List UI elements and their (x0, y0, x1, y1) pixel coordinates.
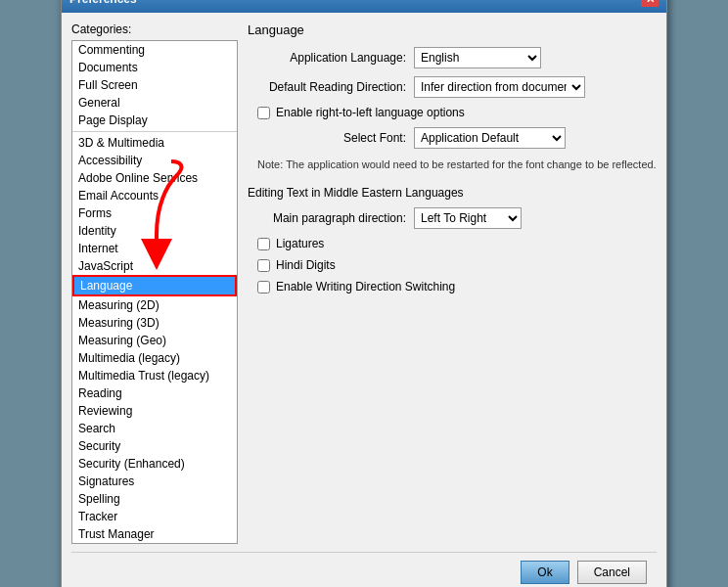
app-language-row: Application Language: English (248, 47, 657, 68)
rtl-checkbox[interactable] (257, 107, 270, 119)
writing-direction-checkbox[interactable] (257, 281, 270, 294)
category-item-language[interactable]: Language (72, 275, 237, 296)
categories-list[interactable]: CommentingDocumentsFull ScreenGeneralPag… (71, 40, 238, 544)
category-item-multimedia-trust[interactable]: Multimedia Trust (legacy) (72, 367, 237, 384)
category-item-identity[interactable]: Identity (72, 222, 237, 240)
category-item-3d-multimedia[interactable]: 3D & Multimedia (72, 134, 237, 152)
category-item-reviewing[interactable]: Reviewing (72, 402, 237, 420)
category-item-full-screen[interactable]: Full Screen (72, 76, 237, 94)
category-item-measuring-3d[interactable]: Measuring (3D) (72, 314, 237, 332)
hindi-digits-checkbox[interactable] (257, 259, 270, 272)
title-bar: Preferences ✕ (62, 0, 666, 13)
ligatures-label: Ligatures (276, 237, 324, 250)
settings-panel: Language Application Language: English D… (248, 23, 657, 544)
cancel-button[interactable]: Cancel (577, 561, 647, 584)
app-language-label: Application Language: (248, 51, 414, 65)
categories-label: Categories: (71, 23, 238, 36)
editing-section-title: Editing Text in Middle Eastern Languages (248, 186, 657, 200)
writing-direction-row: Enable Writing Direction Switching (248, 280, 657, 294)
category-item-trust-manager[interactable]: Trust Manager (72, 525, 237, 543)
app-language-control: English (414, 47, 541, 68)
close-button[interactable]: ✕ (641, 0, 659, 7)
dialog-body: Categories: CommentingDocumentsFull Scre… (62, 13, 666, 587)
reading-direction-control: Infer direction from document (414, 76, 585, 98)
category-item-email-accounts[interactable]: Email Accounts (72, 187, 237, 204)
rtl-label: Enable right-to-left language options (276, 106, 465, 119)
category-item-documents[interactable]: Documents (72, 59, 237, 76)
select-font-label: Select Font: (248, 131, 414, 145)
category-item-security[interactable]: Security (72, 437, 237, 455)
select-font-control: Application Default (414, 127, 566, 149)
category-item-security-enhanced[interactable]: Security (Enhanced) (72, 455, 237, 473)
category-item-spelling[interactable]: Spelling (72, 490, 237, 508)
ligatures-row: Ligatures (248, 237, 657, 250)
category-item-signatures[interactable]: Signatures (72, 473, 237, 490)
select-font-row: Select Font: Application Default (248, 127, 657, 149)
para-direction-control: Left To Right Right To Left (414, 207, 522, 229)
writing-direction-label: Enable Writing Direction Switching (276, 280, 455, 294)
select-font-select[interactable]: Application Default (414, 127, 566, 149)
reading-direction-row: Default Reading Direction: Infer directi… (248, 76, 657, 98)
reading-direction-select[interactable]: Infer direction from document (414, 76, 585, 98)
category-item-measuring-geo[interactable]: Measuring (Geo) (72, 332, 237, 349)
main-content: Categories: CommentingDocumentsFull Scre… (71, 23, 657, 544)
category-item-adobe-online[interactable]: Adobe Online Services (72, 169, 237, 187)
dialog-footer: Ok Cancel (71, 552, 657, 587)
category-item-page-display[interactable]: Page Display (72, 112, 237, 129)
reading-direction-label: Default Reading Direction: (248, 80, 414, 94)
category-item-general[interactable]: General (72, 94, 237, 112)
ligatures-checkbox[interactable] (257, 238, 270, 250)
category-item-forms[interactable]: Forms (72, 204, 237, 222)
hindi-digits-label: Hindi Digits (276, 258, 336, 272)
hindi-digits-row: Hindi Digits (248, 258, 657, 272)
category-item-reading[interactable]: Reading (72, 384, 237, 402)
category-item-commenting[interactable]: Commenting (72, 41, 237, 59)
para-direction-row: Main paragraph direction: Left To Right … (248, 207, 657, 229)
category-item-internet[interactable]: Internet (72, 240, 237, 257)
dialog-title: Preferences (69, 0, 137, 6)
para-direction-select[interactable]: Left To Right Right To Left (414, 207, 522, 229)
font-note: Note: The application would need to be r… (257, 158, 657, 170)
category-item-accessibility[interactable]: Accessibility (72, 152, 237, 169)
para-direction-label: Main paragraph direction: (248, 211, 414, 225)
categories-panel: Categories: CommentingDocumentsFull Scre… (71, 23, 238, 544)
ok-button[interactable]: Ok (521, 561, 569, 584)
category-item-search[interactable]: Search (72, 420, 237, 437)
category-item-measuring-2d[interactable]: Measuring (2D) (72, 296, 237, 314)
category-item-multimedia-legacy[interactable]: Multimedia (legacy) (72, 349, 237, 367)
section-title: Language (248, 23, 657, 37)
category-item-tracker[interactable]: Tracker (72, 508, 237, 525)
preferences-dialog: Preferences ✕ Categories: CommentingDocu… (61, 0, 667, 587)
rtl-checkbox-row: Enable right-to-left language options (248, 106, 657, 119)
app-language-select[interactable]: English (414, 47, 541, 68)
category-item-javascript[interactable]: JavaScript (72, 257, 237, 275)
